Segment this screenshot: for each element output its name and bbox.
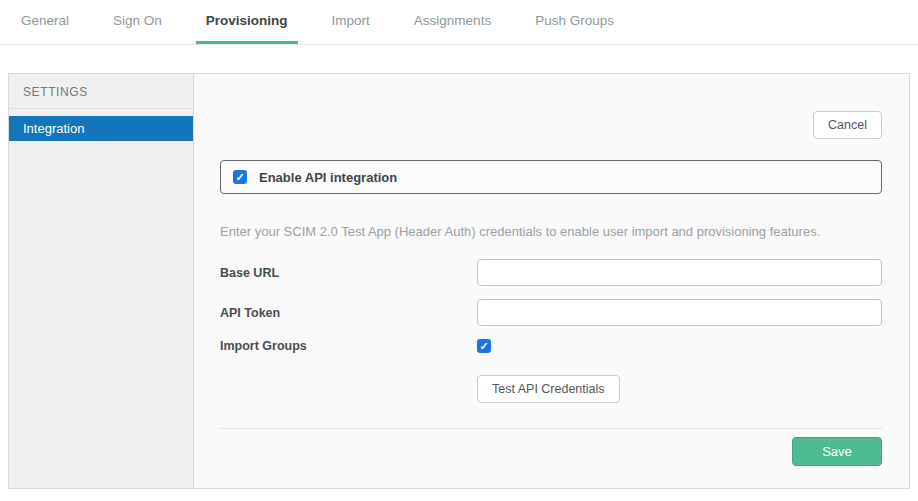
save-button[interactable]: Save	[792, 437, 882, 466]
api-token-row: API Token	[220, 299, 882, 326]
sidebar-item-integration[interactable]: Integration	[9, 116, 193, 141]
api-token-label: API Token	[220, 306, 477, 320]
api-token-input[interactable]	[477, 299, 882, 326]
import-groups-checkbox[interactable]: ✓	[477, 339, 491, 353]
base-url-label: Base URL	[220, 266, 477, 280]
enable-api-checkbox[interactable]: ✓	[233, 170, 247, 184]
import-groups-label: Import Groups	[220, 339, 477, 353]
tab-sign-on[interactable]: Sign On	[103, 0, 172, 44]
settings-sidebar: SETTINGS Integration	[9, 74, 194, 488]
import-groups-row: Import Groups ✓	[220, 339, 882, 353]
base-url-input[interactable]	[477, 259, 882, 286]
tab-push-groups[interactable]: Push Groups	[525, 0, 624, 44]
tab-provisioning[interactable]: Provisioning	[196, 0, 298, 44]
footer-divider	[220, 428, 882, 429]
cancel-button[interactable]: Cancel	[813, 111, 882, 139]
enable-api-label: Enable API integration	[259, 170, 397, 185]
base-url-row: Base URL	[220, 259, 882, 286]
credentials-description: Enter your SCIM 2.0 Test App (Header Aut…	[220, 224, 882, 239]
sidebar-header-settings: SETTINGS	[9, 74, 193, 109]
provisioning-panel: SETTINGS Integration Cancel ✓ Enable API…	[8, 73, 910, 489]
enable-api-integration-box[interactable]: ✓ Enable API integration	[220, 160, 882, 194]
tab-general[interactable]: General	[11, 0, 79, 44]
tab-assignments[interactable]: Assignments	[404, 0, 501, 44]
test-api-credentials-button[interactable]: Test API Credentials	[477, 375, 620, 403]
integration-settings-form: Cancel ✓ Enable API integration Enter yo…	[194, 74, 909, 488]
tab-import[interactable]: Import	[322, 0, 380, 44]
app-tab-bar: General Sign On Provisioning Import Assi…	[0, 0, 918, 45]
